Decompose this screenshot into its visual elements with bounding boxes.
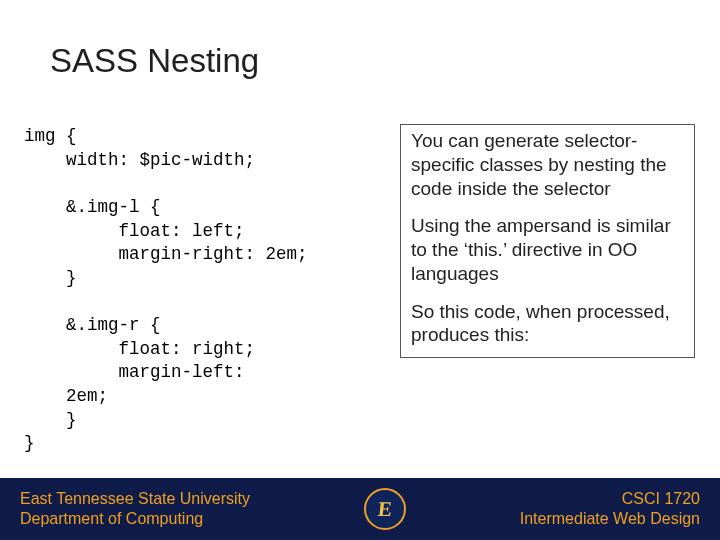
explanation-box: You can generate selector-specific class… — [400, 124, 695, 358]
footer-bar: East Tennessee State University Departme… — [0, 478, 720, 540]
explanation-paragraph: So this code, when processed, produces t… — [411, 300, 684, 348]
footer-course-name: Intermediate Web Design — [520, 509, 700, 529]
footer-left: East Tennessee State University Departme… — [20, 489, 250, 529]
footer-right: CSCI 1720 Intermediate Web Design — [520, 489, 700, 529]
etsu-logo-letter: E — [368, 494, 401, 524]
slide: SASS Nesting img { width: $pic-width; &.… — [0, 0, 720, 540]
footer-course-code: CSCI 1720 — [520, 489, 700, 509]
code-block: img { width: $pic-width; &.img-l { float… — [24, 125, 374, 456]
explanation-paragraph: Using the ampersand is similar to the ‘t… — [411, 214, 684, 285]
etsu-logo-icon: E — [364, 488, 406, 530]
explanation-paragraph: You can generate selector-specific class… — [411, 129, 684, 200]
slide-title: SASS Nesting — [50, 42, 259, 80]
footer-department: Department of Computing — [20, 509, 250, 529]
footer-university: East Tennessee State University — [20, 489, 250, 509]
footer-logo-wrap: E — [364, 488, 406, 530]
